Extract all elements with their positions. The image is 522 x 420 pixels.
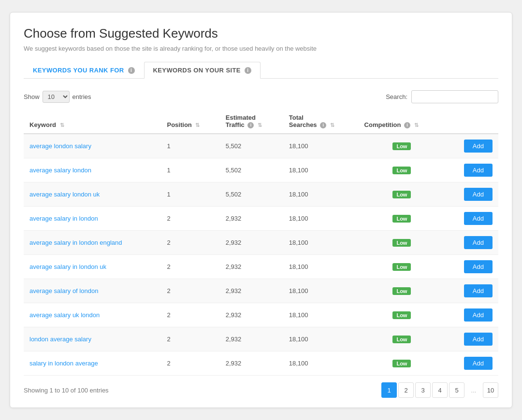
add-button[interactable]: Add: [464, 164, 493, 177]
position-cell: 2: [161, 351, 220, 376]
table-row: average salary of london 2 2,932 18,100 …: [24, 279, 498, 303]
search-label: Search:: [386, 93, 407, 100]
action-cell: Add: [445, 351, 498, 376]
keyword-cell: average salary uk london: [24, 303, 161, 327]
table-row: salary in london average 2 2,932 18,100 …: [24, 351, 498, 376]
competition-badge: Low: [392, 336, 411, 343]
searches-cell: 18,100: [283, 255, 359, 279]
sort-icon-searches[interactable]: ⇅: [330, 122, 334, 128]
competition-badge: Low: [392, 142, 411, 150]
add-button[interactable]: Add: [464, 284, 493, 297]
sort-icon-traffic[interactable]: ⇅: [258, 122, 262, 128]
search-input[interactable]: [411, 90, 498, 103]
keyword-cell: average salary london: [24, 158, 161, 182]
position-cell: 2: [161, 207, 220, 231]
competition-badge: Low: [392, 360, 411, 367]
table-row: average salary in london 2 2,932 18,100 …: [24, 207, 498, 231]
add-button[interactable]: Add: [464, 308, 493, 322]
competition-badge: Low: [392, 191, 411, 198]
sort-icon-position[interactable]: ⇅: [195, 122, 200, 128]
competition-badge: Low: [392, 215, 411, 223]
traffic-cell: 2,932: [220, 231, 283, 255]
competition-cell: Low: [359, 158, 446, 182]
keyword-cell: average salary in london uk: [24, 255, 161, 279]
traffic-cell: 2,932: [220, 351, 283, 376]
traffic-cell: 2,932: [220, 303, 283, 327]
col-header-keyword: Keyword ⇅: [24, 109, 161, 134]
page-btn-3[interactable]: 3: [415, 382, 431, 398]
position-cell: 2: [161, 279, 220, 303]
show-label: Show: [24, 93, 40, 100]
action-cell: Add: [445, 134, 498, 158]
searches-cell: 18,100: [283, 207, 359, 231]
traffic-cell: 5,502: [220, 158, 283, 182]
keyword-cell: average london salary: [24, 134, 161, 158]
add-button[interactable]: Add: [464, 260, 493, 273]
traffic-cell: 5,502: [220, 182, 283, 207]
tab-keywords-site[interactable]: KEYWORDS ON YOUR SITE i: [144, 62, 261, 79]
add-button[interactable]: Add: [464, 212, 493, 225]
competition-cell: Low: [359, 327, 446, 351]
tab-keywords-rank[interactable]: KEYWORDS YOU RANK FOR i: [24, 62, 144, 79]
col-header-competition: Competition i ⇅: [359, 109, 446, 134]
competition-cell: Low: [359, 207, 446, 231]
action-cell: Add: [445, 279, 498, 303]
keyword-cell: average salary in london england: [24, 231, 161, 255]
tab-bar: KEYWORDS YOU RANK FOR i KEYWORDS ON YOUR…: [24, 62, 498, 79]
keyword-cell: salary in london average: [24, 351, 161, 376]
page-btn-1[interactable]: 1: [381, 382, 397, 398]
estimated-traffic-info-icon: i: [247, 122, 254, 128]
table-row: average salary london uk 1 5,502 18,100 …: [24, 182, 498, 207]
showing-text: Showing 1 to 10 of 100 entries: [24, 387, 109, 394]
searches-cell: 18,100: [283, 231, 359, 255]
table-row: average salary in london england 2 2,932…: [24, 231, 498, 255]
add-button[interactable]: Add: [464, 357, 493, 370]
sort-icon-keyword[interactable]: ⇅: [60, 122, 64, 128]
keyword-cell: average salary in london: [24, 207, 161, 231]
action-cell: Add: [445, 303, 498, 327]
competition-cell: Low: [359, 279, 446, 303]
competition-badge: Low: [392, 263, 411, 271]
main-card: Choose from Suggested Keywords We sugges…: [10, 12, 512, 408]
position-cell: 1: [161, 134, 220, 158]
position-cell: 1: [161, 182, 220, 207]
table-row: london average salary 2 2,932 18,100 Low…: [24, 327, 498, 351]
action-cell: Add: [445, 207, 498, 231]
add-button[interactable]: Add: [464, 188, 493, 201]
competition-cell: Low: [359, 351, 446, 376]
page-btn-last[interactable]: 10: [483, 382, 498, 398]
col-header-position: Position ⇅: [161, 109, 220, 134]
position-cell: 1: [161, 158, 220, 182]
sort-icon-competition[interactable]: ⇅: [414, 122, 419, 128]
page-btn-5[interactable]: 5: [449, 382, 464, 398]
competition-cell: Low: [359, 134, 446, 158]
action-cell: Add: [445, 158, 498, 182]
competition-cell: Low: [359, 182, 446, 207]
search-area: Search:: [386, 90, 498, 103]
add-button[interactable]: Add: [464, 140, 493, 153]
table-row: average salary london 1 5,502 18,100 Low…: [24, 158, 498, 182]
competition-cell: Low: [359, 303, 446, 327]
entries-select[interactable]: 10 25 50 100: [43, 91, 70, 103]
position-cell: 2: [161, 231, 220, 255]
tab-rank-info-icon: i: [128, 67, 135, 74]
searches-cell: 18,100: [283, 134, 359, 158]
show-entries-control: Show 10 25 50 100 entries: [24, 91, 91, 103]
searches-cell: 18,100: [283, 351, 359, 376]
add-button[interactable]: Add: [464, 333, 493, 346]
position-cell: 2: [161, 303, 220, 327]
pagination: 12345...10: [381, 382, 498, 398]
searches-cell: 18,100: [283, 279, 359, 303]
add-button[interactable]: Add: [464, 236, 493, 249]
page-title: Choose from Suggested Keywords: [24, 26, 498, 41]
keyword-cell: average salary london uk: [24, 182, 161, 207]
pagination-ellipsis: ...: [466, 382, 481, 398]
page-btn-2[interactable]: 2: [398, 382, 414, 398]
competition-cell: Low: [359, 255, 446, 279]
searches-cell: 18,100: [283, 303, 359, 327]
action-cell: Add: [445, 231, 498, 255]
keywords-table: Keyword ⇅ Position ⇅ EstimatedTraffic i …: [24, 109, 498, 376]
page-btn-4[interactable]: 4: [432, 382, 448, 398]
keyword-cell: average salary of london: [24, 279, 161, 303]
table-controls: Show 10 25 50 100 entries Search:: [24, 90, 498, 103]
